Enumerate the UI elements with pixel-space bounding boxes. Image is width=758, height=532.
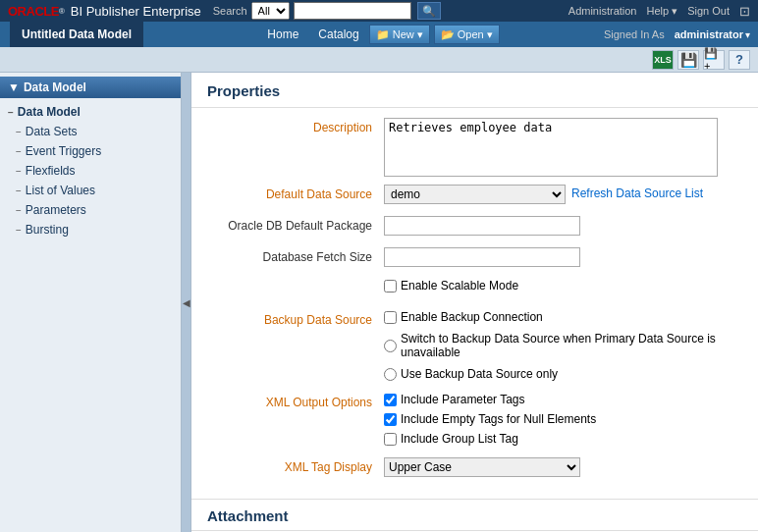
xml-output-value: Include Parameter Tags Include Empty Tag… bbox=[384, 393, 742, 450]
description-row: Description bbox=[207, 118, 742, 177]
xml-output-options: Include Parameter Tags Include Empty Tag… bbox=[384, 393, 596, 450]
admin-link[interactable]: Administration bbox=[568, 5, 637, 17]
top-nav-bar: ORACLE ® BI Publisher Enterprise Search … bbox=[0, 0, 758, 22]
page-title: Untitled Data Model bbox=[22, 27, 132, 41]
backup-data-source-label: Backup Data Source bbox=[207, 310, 384, 327]
properties-grid: Description Default Data Source demo Ref… bbox=[191, 108, 758, 499]
user-dropdown-chevron[interactable]: ▾ bbox=[745, 29, 750, 40]
scalable-mode-label: Enable Scalable Mode bbox=[401, 279, 518, 293]
default-data-source-label: Default Data Source bbox=[207, 185, 384, 201]
attachment-section-title: Attachment bbox=[191, 499, 758, 531]
scalable-mode-checkbox-row: Enable Scalable Mode bbox=[384, 279, 518, 293]
save-button[interactable]: 💾 bbox=[677, 50, 699, 70]
xml-tag-display-select[interactable]: Upper Case Lower Case As is bbox=[384, 457, 580, 477]
use-backup-only-radio[interactable] bbox=[384, 368, 397, 381]
oracle-text: ORACLE bbox=[8, 4, 59, 19]
new-button[interactable]: 📁 New ▾ bbox=[369, 25, 430, 44]
search-button[interactable]: 🔍 bbox=[417, 2, 441, 20]
help-dropdown[interactable]: Help ▾ bbox=[647, 5, 678, 18]
open-label: Open bbox=[458, 28, 484, 40]
scalable-mode-checkbox[interactable] bbox=[384, 280, 397, 293]
backup-data-source-row: Backup Data Source Enable Backup Connect… bbox=[207, 310, 742, 385]
db-fetch-size-value bbox=[384, 247, 742, 267]
include-group-tag-label: Include Group List Tag bbox=[401, 432, 518, 446]
collapse-icon-list-of-values: − bbox=[16, 186, 22, 196]
collapse-icon-data-model: − bbox=[8, 107, 14, 118]
include-empty-tags-checkbox[interactable] bbox=[384, 413, 397, 426]
xml-tag-display-row: XML Tag Display Upper Case Lower Case As… bbox=[207, 457, 742, 481]
window-icon: ⊡ bbox=[739, 4, 750, 19]
default-data-source-row: Default Data Source demo Refresh Data So… bbox=[207, 185, 742, 208]
export-excel-button[interactable]: XLS bbox=[652, 50, 674, 70]
sidebar-item-bursting-label: Bursting bbox=[26, 223, 69, 237]
oracle-db-package-row: Oracle DB Default Package bbox=[207, 216, 742, 239]
xml-output-label: XML Output Options bbox=[207, 393, 384, 409]
folder-new-icon: 📁 bbox=[376, 28, 390, 41]
backup-data-source-value: Enable Backup Connection Switch to Backu… bbox=[384, 310, 742, 385]
sidebar-item-data-model-label: Data Model bbox=[18, 105, 81, 119]
sidebar-item-flexfields[interactable]: − Flexfields bbox=[0, 161, 181, 181]
help-button[interactable]: ? bbox=[729, 50, 750, 70]
signed-in-label: Signed In As bbox=[604, 28, 665, 40]
collapse-icon-bursting: − bbox=[16, 225, 22, 236]
backup-connection-checkbox[interactable] bbox=[384, 311, 397, 324]
scalable-mode-value: Enable Scalable Mode bbox=[384, 279, 742, 296]
search-input[interactable] bbox=[294, 2, 411, 20]
sidebar-item-parameters[interactable]: − Parameters bbox=[0, 200, 181, 220]
catalog-link[interactable]: Catalog bbox=[308, 27, 368, 41]
search-scope-select[interactable]: All bbox=[251, 2, 290, 20]
properties-section-title: Properties bbox=[191, 73, 758, 108]
open-button[interactable]: 📂 Open ▾ bbox=[434, 25, 500, 44]
top-nav-links: Administration Help ▾ Sign Out ⊡ bbox=[568, 4, 750, 19]
default-data-source-select[interactable]: demo bbox=[384, 185, 566, 204]
home-link[interactable]: Home bbox=[257, 27, 308, 41]
switch-to-backup-radio[interactable] bbox=[384, 340, 397, 352]
description-textarea[interactable] bbox=[384, 118, 718, 177]
sidebar-header: ▼ Data Model bbox=[0, 77, 181, 98]
collapse-icon-parameters: − bbox=[16, 205, 22, 216]
use-backup-only-radio-row: Use Backup Data Source only bbox=[384, 367, 742, 381]
include-param-tags-checkbox[interactable] bbox=[384, 394, 397, 406]
oracle-db-package-input[interactable] bbox=[384, 216, 580, 236]
sidebar-item-event-triggers[interactable]: − Event Triggers bbox=[0, 141, 181, 161]
include-empty-tags-label: Include Empty Tags for Null Elements bbox=[401, 412, 596, 426]
search-icon: 🔍 bbox=[422, 5, 436, 17]
include-group-tag-checkbox[interactable] bbox=[384, 433, 397, 446]
sidebar-item-data-model[interactable]: − Data Model bbox=[0, 102, 181, 122]
include-group-tag-row: Include Group List Tag bbox=[384, 432, 596, 446]
xml-tag-display-value: Upper Case Lower Case As is bbox=[384, 457, 742, 477]
description-value bbox=[384, 118, 742, 177]
collapse-icon-flexfields: − bbox=[16, 166, 22, 177]
signed-in-user: administrator bbox=[675, 28, 743, 40]
page-title-tab: Untitled Data Model bbox=[10, 22, 143, 47]
app-title: BI Publisher Enterprise bbox=[71, 4, 201, 19]
save-as-button[interactable]: 💾+ bbox=[703, 50, 725, 70]
collapse-icon-data-sets: − bbox=[16, 127, 22, 137]
default-data-source-value: demo Refresh Data Source List bbox=[384, 185, 742, 204]
oracle-reg-mark: ® bbox=[59, 7, 65, 16]
toolbar: XLS 💾 💾+ ? bbox=[0, 47, 758, 73]
open-chevron: ▾ bbox=[487, 28, 493, 41]
refresh-data-source-link[interactable]: Refresh Data Source List bbox=[571, 185, 703, 200]
sidebar-collapse-handle[interactable]: ◀ bbox=[182, 73, 191, 532]
new-chevron: ▾ bbox=[417, 28, 423, 41]
second-bar: Untitled Data Model Home Catalog 📁 New ▾… bbox=[0, 22, 758, 47]
db-fetch-size-input[interactable] bbox=[384, 247, 580, 267]
include-param-tags-label: Include Parameter Tags bbox=[401, 393, 525, 406]
search-label: Search bbox=[213, 5, 247, 17]
backup-connection-label: Enable Backup Connection bbox=[401, 310, 543, 324]
db-fetch-size-label: Database Fetch Size bbox=[207, 247, 384, 264]
include-empty-tags-row: Include Empty Tags for Null Elements bbox=[384, 412, 596, 426]
switch-to-backup-radio-row: Switch to Backup Data Source when Primar… bbox=[384, 332, 742, 359]
sidebar-item-bursting[interactable]: − Bursting bbox=[0, 220, 181, 239]
main-layout: ▼ Data Model − Data Model − Data Sets − … bbox=[0, 73, 758, 532]
oracle-logo: ORACLE ® bbox=[8, 4, 65, 19]
xml-tag-display-label: XML Tag Display bbox=[207, 457, 384, 474]
backup-connection-checkbox-row: Enable Backup Connection bbox=[384, 310, 742, 324]
sidebar-item-list-of-values-label: List of Values bbox=[26, 184, 95, 197]
sidebar-item-list-of-values[interactable]: − List of Values bbox=[0, 181, 181, 200]
include-param-tags-row: Include Parameter Tags bbox=[384, 393, 596, 406]
sidebar-item-data-sets[interactable]: − Data Sets bbox=[0, 122, 181, 141]
signout-link[interactable]: Sign Out bbox=[687, 5, 730, 17]
db-fetch-size-row: Database Fetch Size bbox=[207, 247, 742, 271]
